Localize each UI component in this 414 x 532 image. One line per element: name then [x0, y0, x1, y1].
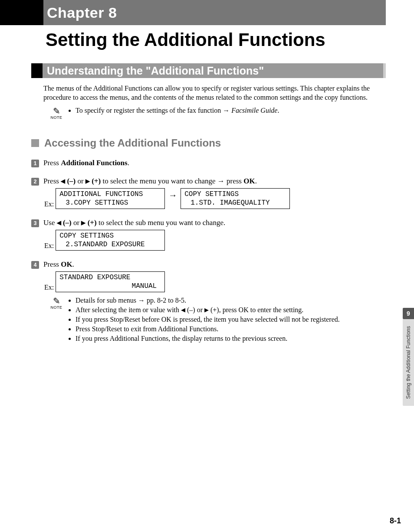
step-4: 4 Press OK. [0, 251, 414, 269]
step-badge: 3 [31, 219, 39, 227]
lcd-display: COPY SETTINGS 2.STANDARD EXPOSURE [56, 230, 165, 251]
ex-label: Ex: [44, 242, 54, 251]
t: . [128, 159, 129, 167]
lcd-line1: COPY SETTINGS [184, 190, 239, 198]
t: or [195, 306, 204, 313]
ex-label: Ex: [44, 200, 54, 209]
t: , press [219, 306, 239, 313]
note-label: NOTE [48, 305, 65, 310]
note-label: NOTE [48, 115, 65, 120]
step-1: 1 Press Additional Functions. [0, 149, 414, 167]
pencil-icon: ✎ [48, 297, 65, 305]
t: Press [43, 177, 61, 185]
t: or [76, 177, 85, 185]
lcd-line2: 3.COPY SETTINGS [59, 199, 161, 207]
t: After selecting the item or value with [76, 306, 181, 313]
t: Additional Functions [110, 335, 169, 342]
lcd-line1: ADDITIONAL FUNCTIONS [59, 190, 143, 198]
note-item: After selecting the item or value with ◀… [76, 306, 386, 314]
note-icon: ✎ NOTE [48, 297, 65, 310]
t: to select the menu you want to change → … [101, 177, 243, 185]
step-2-example: Ex: ADDITIONAL FUNCTIONS 3.COPY SETTINGS… [0, 186, 414, 209]
step-4-example: Ex: STANDARD EXPOSURE MANUAL [0, 269, 414, 292]
t: If you press [76, 316, 110, 323]
t: (–) [185, 306, 195, 313]
note-item: If you press Additional Functions, the d… [76, 335, 386, 343]
t: OK [161, 316, 171, 323]
triangle-right-icon: ▶ [85, 178, 90, 184]
page-number: 8-1 [390, 516, 401, 525]
step-badge: 4 [31, 261, 39, 269]
t: OK [243, 177, 255, 185]
note-item: Press Stop/Reset to exit from Additional… [76, 325, 386, 333]
triangle-left-icon: ◀ [61, 178, 65, 184]
side-tab-body: Setting the Additional Functions [403, 319, 414, 406]
t: OK [239, 306, 249, 313]
section-heading: Understanding the "Additional Functions" [31, 63, 386, 78]
t: Press [43, 159, 61, 167]
note-top: ✎ NOTE To specify or register the settin… [0, 102, 414, 120]
lcd-line2: 1.STD. IMAGEQUALITY [184, 199, 286, 207]
lcd-line2: MANUAL [59, 282, 161, 290]
section-heading-cap [383, 63, 386, 78]
t: or [72, 219, 82, 227]
triangle-right-icon: ▶ [204, 307, 209, 313]
side-tab-label: Setting the Additional Functions [405, 326, 411, 399]
t: to exit from Additional Functions. [122, 325, 218, 333]
lcd-display: ADDITIONAL FUNCTIONS 3.COPY SETTINGS [56, 188, 165, 209]
t: (+) [90, 177, 101, 185]
t: before [140, 316, 161, 323]
step-text: Press OK. [43, 260, 74, 269]
lcd-display: STANDARD EXPOSURE MANUAL [56, 271, 165, 292]
subheading-row: Accessing the Additional Functions [0, 120, 414, 149]
t: Press [76, 325, 92, 333]
chapter-title: Setting the Additional Functions [46, 29, 386, 50]
t: . [255, 177, 257, 185]
ex-label: Ex: [44, 284, 54, 292]
lcd-display: COPY SETTINGS 1.STD. IMAGEQUALITY [181, 188, 290, 209]
t: is pressed, the item you have selected w… [171, 316, 340, 323]
t: , the display returns to the previous sc… [168, 335, 287, 342]
t: If you press [76, 335, 110, 342]
section-intro: The menus of the Additional Functions ca… [0, 78, 414, 102]
note-text-pre: To specify or register the settings of t… [76, 107, 231, 114]
t: Stop/Reset [110, 316, 140, 323]
chapter-title-block: Setting the Additional Functions [0, 29, 414, 50]
note-item: Details for sub menus → pp. 8-2 to 8-5. [76, 297, 386, 304]
section-heading-title: Understanding the "Additional Functions" [47, 65, 264, 77]
step-3-example: Ex: COPY SETTINGS 2.STANDARD EXPOSURE [0, 227, 414, 251]
lcd-line1: STANDARD EXPOSURE [59, 274, 130, 281]
t: . [72, 260, 74, 268]
chapter-header-accent [0, 0, 43, 25]
chapter-header: Chapter 8 [0, 0, 414, 25]
subheading-bullet-icon [31, 139, 39, 147]
t: Additional Functions [61, 159, 128, 167]
t: (–) [61, 219, 72, 227]
t: to enter the setting. [249, 306, 304, 313]
note-item: If you press Stop/Reset before OK is pre… [76, 316, 386, 323]
step-3: 3 Use ◀ (–) or ▶ (+) to select the sub m… [0, 209, 414, 227]
note-body: Details for sub menus → pp. 8-2 to 8-5. … [65, 297, 386, 344]
subheading-title: Accessing the Additional Functions [44, 137, 221, 149]
t: (–) [65, 177, 76, 185]
note-body: To specify or register the settings of t… [65, 107, 386, 116]
page: Chapter 8 Setting the Additional Functio… [0, 0, 414, 532]
section-heading-bar: Understanding the "Additional Functions" [43, 63, 383, 78]
step-badge: 2 [31, 178, 39, 186]
step-text: Press Additional Functions. [43, 159, 129, 167]
note-text-post: . [277, 107, 279, 114]
note-text-em: Facsimile Guide [231, 107, 277, 114]
t: (+) [209, 306, 219, 313]
chapter-header-bar: Chapter 8 [43, 0, 386, 25]
t: Press [43, 260, 61, 268]
t: Use [43, 219, 57, 227]
triangle-left-icon: ◀ [57, 219, 61, 226]
step-2: 2 Press ◀ (–) or ▶ (+) to select the men… [0, 167, 414, 186]
note-bottom: ✎ NOTE Details for sub menus → pp. 8-2 t… [0, 292, 414, 344]
side-tab-number: 9 [403, 308, 414, 319]
lcd-line2: 2.STANDARD EXPOSURE [59, 240, 161, 249]
lcd-line1: COPY SETTINGS [59, 232, 114, 240]
step-badge: 1 [31, 160, 39, 167]
section-heading-accent [31, 63, 43, 78]
chapter-label: Chapter 8 [47, 4, 117, 21]
